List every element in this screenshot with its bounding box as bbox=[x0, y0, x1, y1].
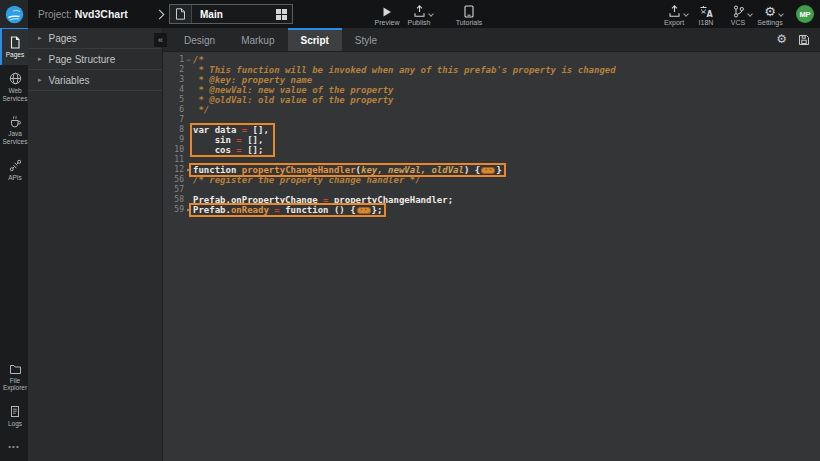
publish-button[interactable]: Publish bbox=[403, 3, 435, 26]
line-number: 3 bbox=[167, 75, 184, 85]
file-explorer-icon bbox=[9, 363, 22, 375]
panel-section-variables[interactable]: ▸Variables bbox=[28, 70, 162, 91]
tutorials-icon bbox=[463, 5, 475, 18]
sidebar-item-label: Pages bbox=[6, 51, 24, 59]
pages-panel: « ▸Pages▸Page Structure▸Variables bbox=[28, 28, 163, 461]
fold-marker-icon bbox=[184, 145, 193, 155]
project-name: Nvd3Chart bbox=[75, 8, 128, 20]
panel-section-page-structure[interactable]: ▸Page Structure bbox=[28, 49, 162, 70]
code-line[interactable]: 11 bbox=[163, 155, 820, 165]
editor-settings-button[interactable]: ⚙ bbox=[776, 33, 787, 46]
sidebar-item-logs[interactable]: Logs bbox=[0, 398, 28, 434]
export-button[interactable]: Export bbox=[658, 3, 690, 26]
page-selector[interactable]: Main bbox=[169, 4, 293, 24]
fold-marker-icon bbox=[184, 75, 193, 85]
code-line[interactable]: 6 */ bbox=[163, 105, 820, 115]
apis-icon bbox=[9, 159, 22, 172]
vcs-label: VCS bbox=[731, 19, 745, 26]
panel-section-pages[interactable]: ▸Pages bbox=[28, 28, 162, 49]
token: propertyChangeHandler bbox=[242, 165, 356, 175]
vcs-button[interactable]: VCS bbox=[722, 3, 754, 26]
sidebar-item-label: Logs bbox=[8, 420, 22, 428]
script-code-editor[interactable]: 1–/*2 * This function will be invoked wh… bbox=[163, 52, 820, 461]
line-number: 12 bbox=[167, 165, 184, 175]
code-line[interactable]: 59▸Prefab.onReady = function () {··}; bbox=[163, 205, 820, 215]
play-icon bbox=[381, 5, 393, 18]
code-text: /* bbox=[193, 55, 204, 65]
tab-style[interactable]: Style bbox=[342, 28, 390, 51]
line-number: 1 bbox=[167, 55, 184, 65]
preview-button[interactable]: Preview bbox=[371, 3, 403, 26]
collapsed-code-widget[interactable]: ·· bbox=[357, 207, 371, 214]
sidebar-item-web-services[interactable]: Web Services bbox=[0, 65, 28, 109]
panel-collapse-button[interactable]: « bbox=[154, 33, 167, 47]
code-lines: 1–/*2 * This function will be invoked wh… bbox=[163, 55, 820, 215]
code-line[interactable]: 5 * @oldVal: old value of the property bbox=[163, 95, 820, 105]
code-line[interactable]: 3 * @key: property name bbox=[163, 75, 820, 85]
page-selector-value: Main bbox=[192, 9, 270, 20]
code-line[interactable]: 12▸function propertyChangeHandler(key, n… bbox=[163, 165, 820, 175]
fold-marker-icon bbox=[184, 185, 193, 195]
breadcrumb-chevron-icon bbox=[155, 9, 165, 19]
code-text: var data = [], bbox=[193, 125, 269, 135]
tab-markup[interactable]: Markup bbox=[228, 28, 287, 51]
token: [], bbox=[247, 125, 269, 135]
fold-marker-icon bbox=[184, 175, 193, 185]
editor-tabbar: DesignMarkupScriptStyle ⚙ bbox=[163, 28, 820, 52]
code-line[interactable]: 7 bbox=[163, 115, 820, 125]
rail-bottom-items: File ExplorerLogs bbox=[0, 356, 28, 434]
java-services-icon bbox=[9, 115, 22, 128]
code-line[interactable]: 56/* register the property change handle… bbox=[163, 175, 820, 185]
user-avatar[interactable]: MP bbox=[796, 5, 814, 23]
settings-icon: ⚙ bbox=[764, 5, 776, 18]
panel-section-label: Page Structure bbox=[49, 54, 116, 65]
i18n-button[interactable]: AI18N bbox=[690, 3, 722, 26]
code-line[interactable]: 8var data = [], bbox=[163, 125, 820, 135]
tab-script[interactable]: Script bbox=[288, 28, 342, 51]
code-line[interactable]: 2 * This function will be invoked when a… bbox=[163, 65, 820, 75]
code-line[interactable]: 9 sin = [], bbox=[163, 135, 820, 145]
code-line[interactable]: 4 * @newVal: new value of the property bbox=[163, 85, 820, 95]
fold-marker-icon bbox=[184, 105, 193, 115]
token: Prefab.onPropertyChange bbox=[193, 195, 323, 205]
token: cos bbox=[193, 145, 236, 155]
code-line[interactable]: 57 bbox=[163, 185, 820, 195]
more-options-button[interactable]: ••• bbox=[0, 434, 28, 461]
token: ) { bbox=[464, 165, 480, 175]
collapsed-code-widget[interactable]: ·· bbox=[481, 167, 495, 174]
token: * @key: property name bbox=[193, 75, 312, 85]
line-number: 4 bbox=[167, 85, 184, 95]
web-services-icon bbox=[9, 72, 22, 85]
sidebar-item-file-explorer[interactable]: File Explorer bbox=[0, 356, 28, 399]
wavemaker-logo-icon bbox=[5, 5, 24, 24]
topbar-center-actions: PreviewPublishTutorials bbox=[371, 3, 485, 26]
code-line[interactable]: 1–/* bbox=[163, 55, 820, 65]
fold-marker-icon[interactable]: – bbox=[184, 55, 193, 65]
sidebar-item-java-services[interactable]: Java Services bbox=[0, 108, 28, 152]
token: onReady bbox=[231, 205, 269, 215]
app-logo[interactable] bbox=[0, 0, 28, 28]
settings-button[interactable]: ⚙Settings bbox=[754, 3, 786, 26]
code-line[interactable]: 58Prefab.onPropertyChange = propertyChan… bbox=[163, 195, 820, 205]
tab-design[interactable]: Design bbox=[171, 28, 228, 51]
token: propertyChangeHandler; bbox=[328, 195, 453, 205]
panel-section-label: Variables bbox=[49, 75, 90, 86]
fold-marker-icon bbox=[184, 135, 193, 145]
pages-grid-icon[interactable] bbox=[270, 5, 292, 23]
chevron-down-icon bbox=[683, 11, 689, 17]
project-title: Project: Nvd3Chart bbox=[38, 8, 156, 20]
pages-icon bbox=[9, 36, 21, 49]
i18n-icon: A bbox=[699, 5, 713, 18]
save-button[interactable] bbox=[798, 34, 810, 46]
sidebar-item-apis[interactable]: APIs bbox=[0, 152, 28, 188]
chevron-right-icon: ▸ bbox=[38, 55, 42, 63]
tutorials-button[interactable]: Tutorials bbox=[453, 3, 485, 26]
publish-icon bbox=[413, 5, 426, 18]
token: /* register the property change handler … bbox=[193, 175, 421, 185]
chevron-down-icon bbox=[428, 11, 434, 17]
project-label: Project: bbox=[38, 9, 72, 20]
line-number: 57 bbox=[167, 185, 184, 195]
sidebar-item-pages[interactable]: Pages bbox=[0, 28, 28, 65]
code-line[interactable]: 10 cos = []; bbox=[163, 145, 820, 155]
line-number: 9 bbox=[167, 135, 184, 145]
